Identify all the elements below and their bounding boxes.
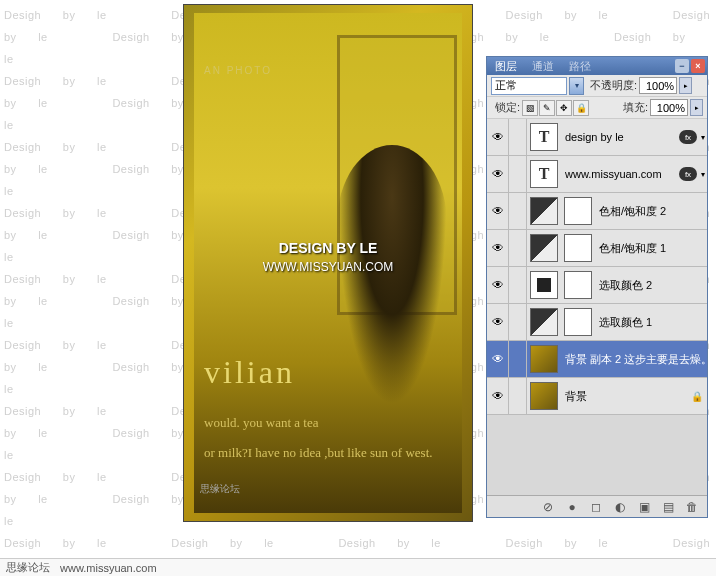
canvas-image: AN PHOTO DESIGN BY LE WWW.MISSYUAN.COM v… [183, 4, 473, 522]
lock-icon: 🔒 [691, 391, 703, 402]
text-layer-thumb: T [530, 123, 558, 151]
layers-list[interactable]: 👁Tdesign by lefx▾👁Twww.missyuan.comfx▾👁色… [487, 119, 707, 499]
fill-input[interactable]: 100% [650, 99, 688, 116]
adjustment-thumb [530, 308, 558, 336]
adjustment-layer-icon[interactable]: ◐ [611, 498, 629, 516]
canvas-title: vilian [204, 354, 295, 391]
layer-row[interactable]: 👁Tdesign by lefx▾ [487, 119, 707, 156]
fill-flyout-icon[interactable]: ▸ [690, 99, 703, 116]
bottom-url: www.missyuan.com [60, 562, 157, 574]
visibility-toggle[interactable]: 👁 [487, 119, 509, 155]
visibility-toggle[interactable]: 👁 [487, 193, 509, 229]
adjustment-thumb [530, 197, 558, 225]
lock-fill-row: 锁定: ▧ ✎ ✥ 🔒 填充: 100% ▸ [487, 97, 707, 119]
link-column[interactable] [509, 230, 527, 266]
canvas-subtitle2: or milk?I have no idea ,but like sun of … [204, 445, 433, 461]
link-column[interactable] [509, 341, 527, 377]
canvas-subtitle1: would. you want a tea [204, 415, 318, 431]
link-column[interactable] [509, 304, 527, 340]
visibility-toggle[interactable]: 👁 [487, 341, 509, 377]
fx-expand-icon[interactable]: ▾ [701, 170, 705, 179]
mask-thumb [564, 308, 592, 336]
visibility-toggle[interactable]: 👁 [487, 156, 509, 192]
layer-row[interactable]: 👁选取颜色 2 [487, 267, 707, 304]
brand-text: AN PHOTO [204, 65, 272, 76]
fx-badge[interactable]: fx [679, 130, 697, 144]
layer-name-label[interactable]: design by le [561, 131, 679, 143]
mask-thumb [564, 234, 592, 262]
link-column[interactable] [509, 119, 527, 155]
mask-thumb [564, 271, 592, 299]
layer-mask-icon[interactable]: ◻ [587, 498, 605, 516]
opacity-input[interactable]: 100% [639, 77, 677, 94]
visibility-toggle[interactable]: 👁 [487, 267, 509, 303]
adjustment-thumb [530, 271, 558, 299]
layer-name-label[interactable]: 选取颜色 1 [595, 315, 707, 330]
layer-name-label[interactable]: 色相/饱和度 2 [595, 204, 707, 219]
image-thumb [530, 382, 558, 410]
layers-panel: 图层 通道 路径 − × 正常 ▾ 不透明度: 100% ▸ 锁定: ▧ ✎ ✥… [486, 56, 708, 518]
mask-thumb [564, 197, 592, 225]
lock-pixels-icon[interactable]: ✎ [539, 100, 555, 116]
panel-footer: ⊘ ● ◻ ◐ ▣ ▤ 🗑 [487, 495, 707, 517]
layer-row[interactable]: 👁Twww.missyuan.comfx▾ [487, 156, 707, 193]
close-button[interactable]: × [691, 59, 705, 73]
visibility-toggle[interactable]: 👁 [487, 230, 509, 266]
watermark-line2: WWW.MISSYUAN.COM [263, 260, 394, 274]
tab-layers[interactable]: 图层 [489, 58, 523, 74]
tab-paths[interactable]: 路径 [563, 58, 597, 74]
group-icon[interactable]: ▣ [635, 498, 653, 516]
lock-label: 锁定: [495, 100, 520, 115]
layer-row[interactable]: 👁色相/饱和度 1 [487, 230, 707, 267]
link-layers-icon[interactable]: ⊘ [539, 498, 557, 516]
layer-style-icon[interactable]: ● [563, 498, 581, 516]
layer-name-label[interactable]: 背景 [561, 389, 691, 404]
lock-all-icon[interactable]: 🔒 [573, 100, 589, 116]
blend-mode-select[interactable]: 正常 [491, 77, 567, 95]
layer-name-label[interactable]: 背景 副本 2 这步主要是去燥。 [561, 352, 707, 367]
page-bottom-bar: 思缘论坛 www.missyuan.com [0, 558, 716, 576]
minimize-button[interactable]: − [675, 59, 689, 73]
watermark-line1: DESIGN BY LE [279, 240, 378, 256]
visibility-toggle[interactable]: 👁 [487, 304, 509, 340]
figure-silhouette [337, 145, 447, 405]
link-column[interactable] [509, 156, 527, 192]
text-layer-thumb: T [530, 160, 558, 188]
layer-name-label[interactable]: 选取颜色 2 [595, 278, 707, 293]
layer-row[interactable]: 👁选取颜色 1 [487, 304, 707, 341]
opacity-flyout-icon[interactable]: ▸ [679, 77, 692, 94]
lock-position-icon[interactable]: ✥ [556, 100, 572, 116]
delete-layer-icon[interactable]: 🗑 [683, 498, 701, 516]
fill-label: 填充: [623, 100, 648, 115]
link-column[interactable] [509, 267, 527, 303]
fx-expand-icon[interactable]: ▾ [701, 133, 705, 142]
tab-channels[interactable]: 通道 [526, 58, 560, 74]
blend-dropdown-icon[interactable]: ▾ [569, 77, 584, 95]
new-layer-icon[interactable]: ▤ [659, 498, 677, 516]
lock-transparency-icon[interactable]: ▧ [522, 100, 538, 116]
visibility-toggle[interactable]: 👁 [487, 378, 509, 414]
blend-opacity-row: 正常 ▾ 不透明度: 100% ▸ [487, 75, 707, 97]
layer-row[interactable]: 👁背景 副本 2 这步主要是去燥。 [487, 341, 707, 378]
layer-name-label[interactable]: www.missyuan.com [561, 168, 679, 180]
bottom-forum: 思缘论坛 [6, 560, 50, 575]
forum-tag: 思缘论坛 [200, 482, 240, 496]
layer-row[interactable]: 👁色相/饱和度 2 [487, 193, 707, 230]
layer-name-label[interactable]: 色相/饱和度 1 [595, 241, 707, 256]
opacity-label: 不透明度: [590, 78, 637, 93]
layer-row[interactable]: 👁背景🔒 [487, 378, 707, 415]
link-column[interactable] [509, 378, 527, 414]
fx-badge[interactable]: fx [679, 167, 697, 181]
image-thumb [530, 345, 558, 373]
adjustment-thumb [530, 234, 558, 262]
link-column[interactable] [509, 193, 527, 229]
panel-titlebar[interactable]: 图层 通道 路径 − × [487, 57, 707, 75]
